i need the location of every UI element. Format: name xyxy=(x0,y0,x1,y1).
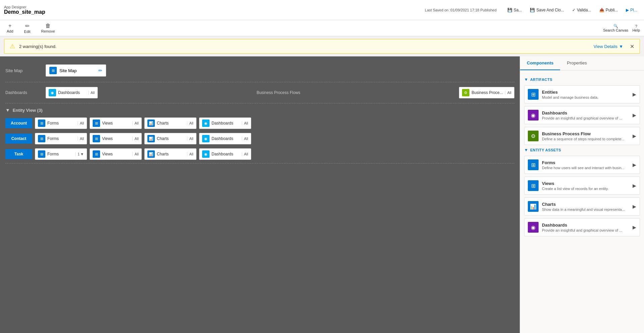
tab-components[interactable]: Components xyxy=(520,56,560,70)
task-dashboards-pill[interactable]: ◉ Dashboards All xyxy=(199,148,251,160)
bpf-artifact-icon: ⚙ xyxy=(528,131,539,141)
forms-asset-desc: Define how users will see and interact w… xyxy=(542,166,633,170)
dashboards-card-badge: All xyxy=(88,91,95,95)
contact-entity-button[interactable]: Contact xyxy=(5,134,32,144)
contact-forms-pill[interactable]: ⊞ Forms All xyxy=(35,133,87,144)
dashboards-card[interactable]: ◉ Dashboards All xyxy=(46,87,98,98)
account-entity-button[interactable]: Account xyxy=(5,118,32,128)
header-left: App Designer Demo_site_map xyxy=(4,5,45,15)
contact-charts-icon: 📊 xyxy=(147,135,155,142)
account-dashboards-pill[interactable]: ◉ Dashboards All xyxy=(199,117,251,129)
account-views-pill[interactable]: ⊞ Views All xyxy=(90,117,142,129)
close-icon: ✕ xyxy=(630,44,634,49)
dashboards-asset-icon: ◉ xyxy=(528,222,539,233)
charts-icon: 📊 xyxy=(147,120,155,127)
artifacts-chevron-icon[interactable]: ▼ xyxy=(524,77,528,82)
entities-name: Entities xyxy=(542,90,633,95)
right-panel-content: ▼ ARTIFACTS ⊞ Entities Model and manage … xyxy=(520,70,644,333)
component-item-entities[interactable]: ⊞ Entities Model and manage business dat… xyxy=(524,85,640,103)
remove-icon: 🗑 xyxy=(45,23,51,29)
component-item-dashboards[interactable]: ◉ Dashboards Provide an insightful and g… xyxy=(524,106,640,124)
entities-arrow-icon: ▶ xyxy=(633,92,636,97)
charts-asset-text: Charts Show data in a meaningful and vis… xyxy=(542,202,633,211)
dashboards-artifact-icon: ◉ xyxy=(528,110,539,121)
task-entity-button[interactable]: Task xyxy=(5,149,32,159)
task-forms-icon: ⊞ xyxy=(38,150,45,158)
dashboards-icon: ◉ xyxy=(202,120,210,127)
artifacts-section-title: ARTIFACTS xyxy=(530,78,552,82)
bpf-card-badge: All xyxy=(505,91,511,95)
component-item-views[interactable]: ⊞ Views Create a list view of records fo… xyxy=(524,177,640,195)
contact-views-icon: ⊞ xyxy=(93,135,100,142)
app-designer-label: App Designer xyxy=(4,5,45,9)
header: App Designer Demo_site_map Last Saved on… xyxy=(0,0,644,20)
component-item-forms[interactable]: ⊞ Forms Define how users will see and in… xyxy=(524,156,640,174)
charts-asset-icon: 📊 xyxy=(528,201,539,212)
warning-text: 2 warning(s) found. xyxy=(19,44,590,49)
dashboards-row: Dashboards ◉ Dashboards All Business Pro… xyxy=(5,84,514,102)
task-forms-chevron-icon: ▼ xyxy=(80,152,84,156)
forms-asset-name: Forms xyxy=(542,160,633,165)
search-canvas-button[interactable]: 🔍 Search Canvas xyxy=(603,24,628,32)
task-views-label: Views xyxy=(102,152,130,156)
component-item-charts[interactable]: 📊 Charts Show data in a meaningful and v… xyxy=(524,197,640,216)
entity-row-account: Account ⊞ Forms All ⊞ Views All 📊 Charts… xyxy=(5,115,514,131)
edit-icon: ✏ xyxy=(25,23,30,29)
edit-button[interactable]: ✏ Edit xyxy=(21,22,33,34)
edit-pencil-icon[interactable]: ✏ xyxy=(98,68,102,73)
main-layout: Site Map ⊞ Site Map ✏ Dashboards ◉ Dashb… xyxy=(0,56,644,333)
bpf-label: Business Process Flows xyxy=(257,90,300,95)
contact-views-pill[interactable]: ⊞ Views All xyxy=(90,133,142,144)
tab-properties[interactable]: Properties xyxy=(560,56,593,70)
task-dashboards-label: Dashboards xyxy=(212,152,240,156)
contact-charts-badge: All xyxy=(187,137,193,141)
publish-button[interactable]: 📤 Publi... xyxy=(597,6,621,14)
account-dashboards-badge: All xyxy=(242,121,248,125)
entity-assets-chevron-icon[interactable]: ▼ xyxy=(524,148,528,152)
contact-dashboards-pill[interactable]: ◉ Dashboards All xyxy=(199,133,251,144)
views-icon: ⊞ xyxy=(93,120,100,127)
task-forms-label: Forms xyxy=(47,152,73,156)
chevron-down-icon: ▼ xyxy=(619,44,623,49)
view-details-button[interactable]: View Details ▼ xyxy=(594,44,623,49)
task-views-icon: ⊞ xyxy=(93,150,100,158)
add-icon: + xyxy=(8,23,11,29)
views-asset-arrow-icon: ▶ xyxy=(633,183,636,188)
contact-charts-pill[interactable]: 📊 Charts All xyxy=(144,133,196,144)
account-forms-pill[interactable]: ⊞ Forms All xyxy=(35,117,87,129)
remove-button[interactable]: 🗑 Remove xyxy=(39,22,58,34)
task-charts-label: Charts xyxy=(157,152,185,156)
warning-close-button[interactable]: ✕ xyxy=(630,43,634,50)
views-asset-desc: Create a list view of records for an ent… xyxy=(542,187,633,191)
views-asset-text: Views Create a list view of records for … xyxy=(542,181,633,191)
search-icon: 🔍 xyxy=(613,24,618,28)
toolbar: + Add ✏ Edit 🗑 Remove 🔍 Search Canvas ? … xyxy=(0,20,644,36)
canvas[interactable]: Site Map ⊞ Site Map ✏ Dashboards ◉ Dashb… xyxy=(0,56,520,333)
bpf-card[interactable]: ⚙ Business Proce... All xyxy=(459,87,514,98)
sitemap-card[interactable]: ⊞ Site Map ✏ xyxy=(46,64,106,77)
account-charts-pill[interactable]: 📊 Charts All xyxy=(144,117,196,129)
forms-asset-icon: ⊞ xyxy=(528,159,539,170)
dashboards-asset-text: Dashboards Provide an insightful and gra… xyxy=(542,223,633,232)
play-button[interactable]: ▶ Pl... xyxy=(623,6,640,14)
entity-view-toggle-icon[interactable]: ▼ xyxy=(5,107,10,113)
toolbar-right: 🔍 Search Canvas ? Help xyxy=(603,24,640,32)
validate-button[interactable]: ✓ Valida... xyxy=(569,6,594,14)
save-button[interactable]: 💾 Sa... xyxy=(505,6,525,14)
task-forms-badge: 1 ▼ xyxy=(75,152,84,156)
contact-dashboards-badge: All xyxy=(242,137,248,141)
dashboards-artifact-text: Dashboards Provide an insightful and gra… xyxy=(542,110,633,120)
component-item-bpf[interactable]: ⚙ Business Process Flow Define a sequenc… xyxy=(524,127,640,145)
help-button[interactable]: ? Help xyxy=(632,24,640,32)
save-icon: 💾 xyxy=(507,8,512,12)
entities-desc: Model and manage business data. xyxy=(542,95,633,99)
task-forms-pill[interactable]: ⊞ Forms 1 ▼ xyxy=(35,148,87,160)
task-charts-pill[interactable]: 📊 Charts All xyxy=(144,148,196,160)
bpf-artifact-arrow-icon: ▶ xyxy=(633,133,636,139)
component-item-dashboards-asset[interactable]: ◉ Dashboards Provide an insightful and g… xyxy=(524,218,640,236)
save-and-close-button[interactable]: 💾 Save And Clo... xyxy=(527,6,567,14)
task-views-pill[interactable]: ⊞ Views All xyxy=(90,148,142,160)
add-button[interactable]: + Add xyxy=(4,22,16,34)
bpf-artifact-name: Business Process Flow xyxy=(542,131,633,136)
charts-asset-desc: Show data in a meaningful and visual rep… xyxy=(542,207,633,211)
